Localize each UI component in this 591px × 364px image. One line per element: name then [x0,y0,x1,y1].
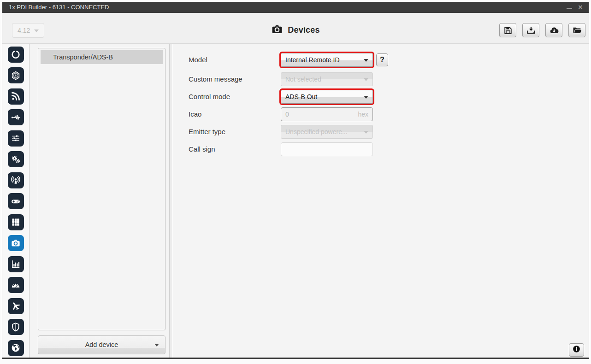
icao-value: 0 [285,111,289,118]
help-button[interactable]: ? [376,53,388,66]
custom-message-label: Custom message [189,75,242,83]
app-window: 1x PDI Builder - 6131 - CONNECTED × 4.12… [2,2,589,359]
shield-icon [11,322,21,332]
broadcast-icon [11,175,21,185]
cloud-download-button[interactable] [545,23,562,37]
sidebar-item-devices[interactable] [8,235,24,251]
sidebar-item-flight[interactable] [8,298,24,314]
sidebar-item-joystick[interactable] [8,193,24,209]
platform-icon [11,70,21,81]
main-area: Transponder/ADS-B Add device Model Inter… [2,44,589,358]
version-value: 4.12 [18,27,30,34]
icao-unit: hex [358,111,368,118]
panel-splitter[interactable] [169,44,173,358]
custom-message-dropdown[interactable]: Not selected [281,72,373,86]
call-sign-label: Call sign [189,145,215,153]
model-value: Internal Remote ID [285,56,340,64]
module-sidebar [2,44,30,358]
chevron-down-icon [34,29,39,32]
device-list-panel: Transponder/ADS-B [38,48,165,330]
chevron-down-icon [154,344,159,346]
call-sign-input[interactable] [281,142,373,156]
minimize-button[interactable] [565,2,574,13]
cloud-download-icon [549,25,559,35]
sidebar-item-safety[interactable] [8,319,24,335]
usb-icon [11,112,21,123]
chevron-down-icon [364,78,368,81]
page-title: Devices [288,25,319,35]
sidebar-item-charts[interactable] [8,256,24,272]
save-icon [503,25,513,35]
gears-icon [11,154,21,164]
sidebar-item-broadcast[interactable] [8,172,24,188]
gamepad-icon [11,196,21,206]
import-icon [526,25,536,35]
emitter-type-value: Unspecified powere... [285,128,348,135]
control-mode-value: ADS-B Out [285,93,317,100]
power-icon [11,49,21,59]
save-button[interactable] [499,23,516,37]
emitter-type-label: Emitter type [189,128,225,135]
sliders-icon [11,133,21,143]
open-folder-icon [572,25,582,35]
globe-icon [11,343,21,353]
camera-icon [11,238,21,248]
add-device-label: Add device [85,341,118,348]
import-button[interactable] [522,23,539,37]
icao-input[interactable]: 0 hex [281,107,373,121]
sidebar-item-platform[interactable] [8,67,24,83]
model-label: Model [189,56,207,64]
camera-icon [271,23,283,37]
sidebar-item-gauge[interactable] [8,277,24,293]
info-icon [572,345,581,355]
sidebar-item-power[interactable] [8,47,24,63]
custom-message-value: Not selected [285,76,321,83]
title-bar: 1x PDI Builder - 6131 - CONNECTED × [2,2,589,13]
control-mode-label: Control mode [189,93,230,100]
sidebar-item-usb[interactable] [8,109,24,125]
gauge-icon [11,280,21,290]
sidebar-item-matrix[interactable] [8,214,24,230]
minimize-icon [567,8,572,9]
telemetry-icon [11,91,21,101]
icao-label: Icao [189,110,201,118]
sidebar-item-telemetry[interactable] [8,88,24,105]
grid-icon [11,217,21,227]
chevron-down-icon [364,96,368,99]
chevron-down-icon [364,59,368,62]
chevron-down-icon [364,131,368,134]
info-button[interactable] [569,343,584,357]
device-list-item[interactable]: Transponder/ADS-B [41,50,163,64]
sidebar-item-sliders[interactable] [8,130,24,147]
close-button[interactable]: × [576,2,585,13]
plane-icon [11,301,21,311]
open-folder-button[interactable] [568,23,585,37]
control-mode-dropdown[interactable]: ADS-B Out [281,90,373,104]
add-device-button[interactable]: Add device [38,335,165,354]
chart-icon [11,259,21,269]
model-dropdown[interactable]: Internal Remote ID [281,53,373,67]
sidebar-item-world[interactable] [8,340,24,356]
emitter-type-dropdown[interactable]: Unspecified powere... [281,125,373,139]
sidebar-item-settings[interactable] [8,151,24,167]
window-title: 1x PDI Builder - 6131 - CONNECTED [9,2,109,13]
version-select[interactable]: 4.12 [12,23,44,38]
toolbar: 4.12 Devices [2,13,589,44]
